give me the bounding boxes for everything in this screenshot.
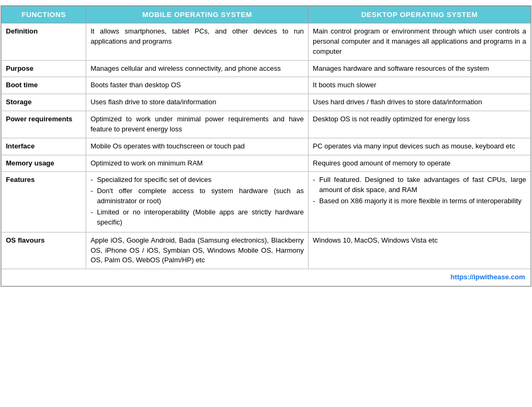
header-desktop-os: DESKTOP OPERATING SYSTEM — [309, 6, 531, 23]
table-row: InterfaceMobile Os operates with touchsc… — [2, 138, 531, 155]
table-row: StorageUses flash drive to store data/in… — [2, 94, 531, 111]
mobile-cell: Uses flash drive to store data/informati… — [86, 94, 309, 111]
function-cell: Power requirements — [2, 111, 86, 138]
website-link[interactable]: https://ipwithease.com — [451, 273, 525, 281]
desktop-cell: Windows 10, MacOS, Windows Vista etc — [309, 232, 531, 269]
header-row: FUNCTIONS MOBILE OPERATING SYSTEM DESKTO… — [2, 6, 531, 23]
list-item: Full featured. Designed to take advantag… — [313, 175, 526, 195]
function-cell: Purpose — [2, 60, 86, 77]
function-cell: Storage — [2, 94, 86, 111]
mobile-cell: Boots faster than desktop OS — [86, 77, 309, 94]
function-cell: OS flavours — [2, 232, 86, 269]
mobile-cell: Specialized for specific set of devicesD… — [86, 172, 309, 232]
list-item: Limited or no interoperability (Mobile a… — [90, 207, 304, 228]
comparison-table-wrapper: FUNCTIONS MOBILE OPERATING SYSTEM DESKTO… — [1, 5, 531, 287]
header-functions: FUNCTIONS — [2, 6, 86, 23]
comparison-table: FUNCTIONS MOBILE OPERATING SYSTEM DESKTO… — [1, 6, 531, 286]
table-row: Boot timeBoots faster than desktop OSIt … — [2, 77, 531, 94]
mobile-cell: Mobile Os operates with touchscreen or t… — [86, 138, 309, 155]
table-row: FeaturesSpecialized for specific set of … — [2, 172, 531, 232]
mobile-cell: Optimized to work under minimal power re… — [86, 111, 309, 138]
function-cell: Boot time — [2, 77, 86, 94]
table-row: Power requirementsOptimized to work unde… — [2, 111, 531, 138]
function-cell: Definition — [2, 23, 86, 61]
desktop-cell: Manages hardware and software resources … — [309, 60, 531, 77]
table-row: DefinitionIt allows smartphones, tablet … — [2, 23, 531, 61]
mobile-cell: It allows smartphones, tablet PCs, and o… — [86, 23, 309, 61]
desktop-cell: It boots much slower — [309, 77, 531, 94]
footer-cell: https://ipwithease.com — [2, 269, 531, 286]
list-item: Specialized for specific set of devices — [90, 175, 304, 185]
list-item: Based on X86 majorly it is more flexible… — [313, 196, 526, 206]
mobile-cell: Apple iOS, Google Android, Bada (Samsung… — [86, 232, 309, 269]
function-cell: Interface — [2, 138, 86, 155]
desktop-cell: Requires good amount of memory to operat… — [309, 155, 531, 172]
desktop-cell: Full featured. Designed to take advantag… — [309, 172, 531, 232]
function-cell: Memory usage — [2, 155, 86, 172]
mobile-cell: Manages cellular and wireless connectivi… — [86, 60, 309, 77]
desktop-cell: Uses hard drives / flash drives to store… — [309, 94, 531, 111]
table-row: PurposeManages cellular and wireless con… — [2, 60, 531, 77]
desktop-cell: PC operates via many input devices such … — [309, 138, 531, 155]
footer-row: https://ipwithease.com — [2, 269, 531, 286]
desktop-cell: Main control program or environment thro… — [309, 23, 531, 61]
desktop-cell: Desktop OS is not readily optimized for … — [309, 111, 531, 138]
list-item: Don't offer complete access to system ha… — [90, 186, 304, 206]
table-row: Memory usageOptimized to work on minimum… — [2, 155, 531, 172]
mobile-cell: Optimized to work on minimum RAM — [86, 155, 309, 172]
function-cell: Features — [2, 172, 86, 232]
header-mobile-os: MOBILE OPERATING SYSTEM — [86, 6, 309, 23]
table-row: OS flavoursApple iOS, Google Android, Ba… — [2, 232, 531, 269]
